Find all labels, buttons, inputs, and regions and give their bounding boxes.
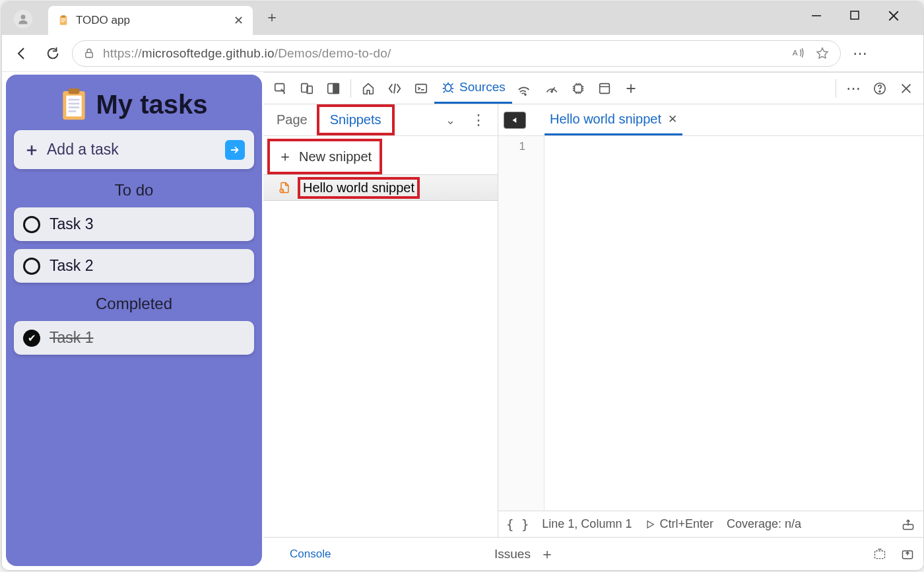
snippet-name: Hello world snippet: [303, 180, 414, 196]
todo-app: My tasks ＋ Add a task To do Task 3 Task …: [6, 75, 262, 566]
svg-point-29: [879, 90, 880, 92]
clipboard-icon: [57, 15, 69, 26]
svg-point-24: [525, 94, 526, 95]
browser-window: TODO app ✕ ＋ https://microsoftedge.githu…: [2, 2, 923, 570]
svg-point-23: [445, 84, 451, 91]
editor-status-bar: { } Line 1, Column 1 Ctrl+Enter Coverage…: [498, 511, 923, 537]
browser-tab[interactable]: TODO app ✕: [48, 6, 253, 35]
svg-rect-16: [68, 110, 76, 112]
snippets-tab[interactable]: Snippets: [323, 108, 388, 131]
editor-file-name: Hello world snippet: [550, 112, 661, 127]
minimize-button[interactable]: [811, 10, 831, 22]
drawer-expand-button[interactable]: [872, 548, 888, 561]
devtools: Sources ⋯ Page: [263, 72, 923, 570]
elements-tab-icon[interactable]: [381, 75, 408, 102]
task-label: Task 3: [50, 215, 93, 233]
line-number: 1: [498, 140, 525, 153]
close-devtools-button[interactable]: [893, 75, 919, 102]
checked-circle-icon[interactable]: ✔: [23, 330, 40, 347]
editor-file-tab[interactable]: Hello world snippet ✕: [544, 105, 682, 135]
task-item[interactable]: Task 2: [14, 249, 254, 283]
svg-text:A: A: [793, 48, 798, 57]
navigator-pane: Page Snippets ⌄ ⋮ ＋ New snippet: [263, 104, 498, 537]
unchecked-circle-icon[interactable]: [23, 258, 40, 275]
unchecked-circle-icon[interactable]: [23, 216, 40, 233]
inspect-element-button[interactable]: [267, 75, 294, 102]
person-icon: [16, 13, 30, 26]
url-host: microsoftedge.github.io: [142, 46, 275, 60]
snippet-list-item[interactable]: Hello world snippet: [263, 174, 498, 201]
drawer-collapse-button[interactable]: [900, 548, 915, 561]
new-snippet-label: New snippet: [299, 149, 372, 164]
cursor-position: Line 1, Column 1: [542, 517, 632, 531]
separator: [350, 79, 351, 98]
memory-tab-icon[interactable]: [565, 75, 591, 102]
toggle-navigator-button[interactable]: [504, 112, 526, 129]
svg-rect-14: [68, 103, 79, 105]
welcome-tab-icon[interactable]: [355, 75, 381, 102]
devtools-more-button[interactable]: ⋯: [840, 75, 867, 102]
profile-avatar[interactable]: [14, 10, 32, 28]
console-tab-icon[interactable]: [408, 75, 434, 102]
svg-rect-7: [851, 11, 859, 19]
plus-icon: ＋: [278, 147, 292, 166]
task-label: Task 1: [50, 329, 93, 347]
sources-tab[interactable]: Sources: [434, 73, 512, 104]
content-area: My tasks ＋ Add a task To do Task 3 Task …: [2, 72, 923, 570]
pretty-print-button[interactable]: { }: [506, 517, 529, 532]
svg-rect-27: [599, 83, 609, 93]
refresh-button[interactable]: [42, 42, 64, 65]
url-field[interactable]: https://microsoftedge.github.io/Demos/de…: [72, 40, 841, 67]
add-task-card[interactable]: ＋ Add a task: [14, 130, 254, 169]
network-tab-icon[interactable]: [512, 75, 539, 102]
more-tabs-button[interactable]: [618, 75, 644, 102]
bug-icon: [441, 80, 455, 94]
help-button[interactable]: [867, 75, 893, 102]
maximize-button[interactable]: [849, 10, 869, 22]
console-drawer-tab[interactable]: Console: [280, 540, 485, 569]
close-tab-icon[interactable]: ✕: [234, 13, 244, 28]
read-aloud-icon[interactable]: A: [791, 46, 805, 61]
performance-tab-icon[interactable]: [539, 75, 565, 102]
back-button[interactable]: [11, 42, 34, 65]
code-editor[interactable]: 1: [498, 136, 923, 511]
highlight-snippets-tab: Snippets: [317, 104, 395, 135]
new-tab-button[interactable]: ＋: [265, 7, 279, 27]
favorite-icon[interactable]: [815, 46, 830, 61]
svg-rect-12: [66, 96, 81, 117]
svg-point-0: [21, 15, 26, 19]
lock-icon: [83, 48, 95, 59]
svg-rect-2: [61, 15, 65, 17]
close-window-button[interactable]: [888, 10, 908, 22]
plus-icon: ＋: [23, 138, 40, 161]
browser-menu-button[interactable]: ⋯: [853, 45, 867, 62]
run-snippet-button[interactable]: Ctrl+Enter: [645, 517, 713, 531]
chevron-down-icon[interactable]: ⌄: [438, 113, 463, 127]
svg-rect-6: [812, 15, 821, 17]
kebab-menu-icon[interactable]: ⋮: [466, 112, 491, 129]
new-snippet-button[interactable]: ＋ New snippet: [270, 141, 380, 172]
svg-rect-22: [416, 84, 427, 92]
address-bar: https://microsoftedge.github.io/Demos/de…: [2, 35, 923, 72]
add-drawer-tab-button[interactable]: ＋: [540, 544, 554, 564]
svg-rect-11: [68, 89, 79, 94]
page-tab[interactable]: Page: [270, 108, 314, 131]
close-file-icon[interactable]: ✕: [668, 112, 677, 126]
device-emulation-button[interactable]: [294, 75, 320, 102]
app-title-text: My tasks: [96, 90, 208, 120]
application-tab-icon[interactable]: [591, 75, 618, 102]
svg-rect-15: [68, 106, 79, 108]
submit-task-button[interactable]: [225, 140, 245, 160]
url-protocol: https://: [103, 46, 142, 60]
task-item[interactable]: Task 3: [14, 207, 254, 241]
task-item-completed[interactable]: ✔ Task 1: [14, 321, 254, 355]
devtools-drawer: Console Issues ＋: [263, 537, 923, 570]
dock-side-button[interactable]: [320, 75, 346, 102]
code-area[interactable]: [544, 136, 923, 511]
url-text: https://microsoftedge.github.io/Demos/de…: [103, 46, 391, 61]
source-map-button[interactable]: [901, 518, 915, 531]
task-label: Task 2: [50, 257, 93, 275]
tab-title: TODO app: [76, 14, 227, 27]
svg-rect-32: [875, 551, 885, 559]
issues-drawer-tab[interactable]: Issues: [494, 547, 531, 561]
